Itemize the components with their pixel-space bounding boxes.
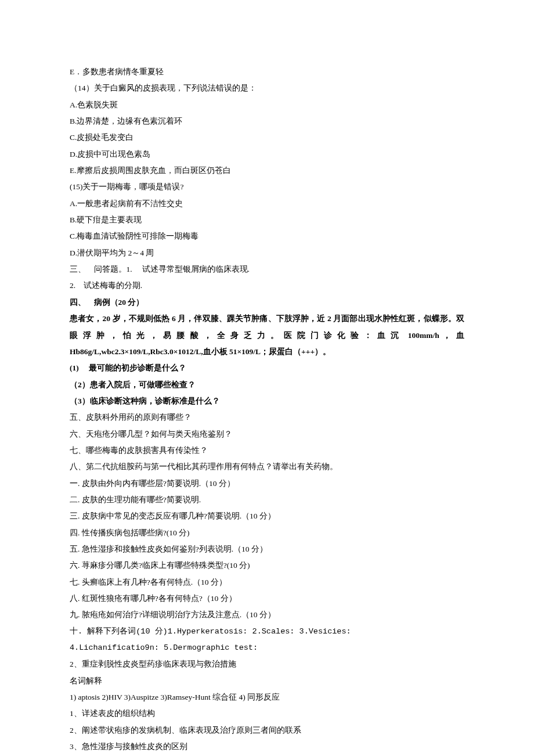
text-line: 4.Lichanificatio9n: 5.Dermographic test: xyxy=(70,640,464,656)
text-line: 六、天疱疮分哪几型？如何与类天疱疮鉴别？ xyxy=(70,426,464,442)
text-line: 2、阐述带状疱疹的发病机制、临床表现及治疗原则三者间的联系 xyxy=(70,722,464,739)
case-question-1: (1) 最可能的初步诊断是什么？ xyxy=(70,360,464,376)
text-line: (15)关于一期梅毒，哪项是错误? xyxy=(70,179,464,195)
text-line: 名词解释 xyxy=(70,673,464,689)
case-question-3: （3）临床诊断这种病，诊断标准是什么？ xyxy=(70,393,464,409)
text-line: C.皮损处毛发变白 xyxy=(70,129,464,146)
section-heading-case: 四、 病例（20 分） xyxy=(70,294,464,311)
text-line: B.硬下疳是主要表现 xyxy=(70,212,464,228)
text-line: 三. 皮肤病中常见的变态反应有哪几种?简要说明.（10 分） xyxy=(70,508,464,524)
text-line: 2. 试述梅毒的分期. xyxy=(70,278,464,294)
text-line: E.摩擦后皮损周围皮肤充血，而白斑区仍苍白 xyxy=(70,163,464,179)
text-line: 八. 红斑性狼疮有哪几种?各有何特点?（10 分） xyxy=(70,591,464,607)
text-line: 三、 问答题。1. 试述寻常型银屑病的临床表现. xyxy=(70,261,464,278)
text-line: 七、哪些梅毒的皮肤损害具有传染性？ xyxy=(70,442,464,459)
text-line: 2、重症剥脱性皮炎型药疹临床表现与救治措施 xyxy=(70,656,464,672)
text-line: 六. 荨麻疹分哪几类?临床上有哪些特殊类型?(10 分) xyxy=(70,557,464,574)
text-line: 一. 皮肤由外向内有哪些层?简要说明.（10 分） xyxy=(70,476,464,492)
text-line: 五、皮肤科外用药的原则有哪些？ xyxy=(70,409,464,426)
text-line: A.色素脱失斑 xyxy=(70,97,464,113)
text-line: D.皮损中可出现色素岛 xyxy=(70,146,464,163)
text-line: 十. 解释下列各词(10 分)1.Hyperkeratosis: 2.Scale… xyxy=(70,624,464,640)
text-line: A.一般患者起病前有不洁性交史 xyxy=(70,196,464,212)
text-line: 九. 脓疱疮如何治疗?详细说明治疗方法及注意点.（10 分） xyxy=(70,607,464,623)
document-page: E．多数患者病情冬重夏轻 （14）关于白癜风的皮损表现，下列说法错误的是： A.… xyxy=(0,0,534,756)
text-line: 3、急性湿疹与接触性皮炎的区别 xyxy=(70,739,464,755)
text-line: 五. 急性湿疹和接触性皮炎如何鉴别?列表说明.（10 分） xyxy=(70,541,464,557)
text-line: （14）关于白癜风的皮损表现，下列说法错误的是： xyxy=(70,80,464,96)
case-question-2: （2）患者入院后，可做哪些检查？ xyxy=(70,377,464,393)
text-line: 1) aptosis 2)HIV 3)Auspitze 3)Ramsey-Hun… xyxy=(70,689,464,705)
text-line: 八、第二代抗组胺药与第一代相比其药理作用有何特点？请举出有关药物。 xyxy=(70,459,464,475)
text-line: B.边界清楚，边缘有色素沉着环 xyxy=(70,113,464,129)
text-line: 七. 头癣临床上有几种?各有何特点.（10 分） xyxy=(70,574,464,591)
text-line: E．多数患者病情冬重夏轻 xyxy=(70,64,464,80)
text-line: C.梅毒血清试验阴性可排除一期梅毒 xyxy=(70,228,464,244)
text-line: 1、详述表皮的组织结构 xyxy=(70,705,464,722)
text-line: 四. 性传播疾病包括哪些病?(10 分) xyxy=(70,525,464,541)
text-line: 二. 皮肤的生理功能有哪些?简要说明. xyxy=(70,492,464,508)
case-description: 患者女，20 岁，不规则低热 6 月，伴双膝、踝关节肿痛、下肢浮肿，近 2 月面… xyxy=(70,311,464,360)
text-line: D.潜伏期平均为 2～4 周 xyxy=(70,245,464,261)
